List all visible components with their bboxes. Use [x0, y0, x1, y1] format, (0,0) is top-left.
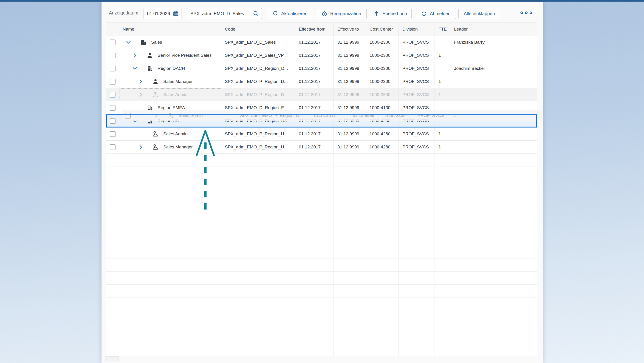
name-cell: Sales Manager	[119, 140, 221, 154]
row-checkbox[interactable]	[110, 79, 116, 84]
collapse-chevron-icon[interactable]	[126, 40, 140, 45]
search-input[interactable]: SPX_adm_EMO_D_Sales	[187, 8, 262, 19]
empty-cell	[366, 337, 399, 350]
display-date-value[interactable]: 01.01.2026	[147, 11, 173, 16]
empty-table-row	[106, 206, 537, 219]
effective-from-cell: 01.12.2017	[295, 49, 334, 62]
collapse-all-button[interactable]: Alle einklappen	[458, 8, 500, 19]
table-row[interactable]: Sales AdminSPX_adm_EMO_P_Region_D...01.1…	[106, 88, 537, 101]
expand-chevron-icon[interactable]	[138, 79, 152, 84]
empty-cell	[435, 285, 450, 298]
empty-table-row	[106, 285, 537, 298]
empty-cell	[106, 337, 119, 350]
header-cost-center[interactable]: Cost Center	[366, 23, 399, 36]
leader-cell	[450, 128, 537, 140]
table-row[interactable]: Sales AdminSPX_adm_EMO_P_Region_U...01.1…	[106, 128, 537, 140]
empty-cell	[106, 180, 119, 193]
row-checkbox[interactable]	[110, 131, 116, 137]
expand-chevron-icon[interactable]	[138, 92, 152, 97]
empty-table-row	[106, 193, 537, 206]
empty-cell	[366, 350, 399, 356]
org-unit-icon	[140, 39, 147, 46]
row-checkbox[interactable]	[110, 66, 116, 72]
search-value[interactable]: SPX_adm_EMO_D_Sales	[190, 11, 253, 16]
leader-cell	[450, 140, 537, 154]
empty-cell	[334, 258, 366, 271]
org-unit-icon	[147, 66, 154, 72]
name-cell: Sales Admin	[119, 128, 221, 140]
level-up-button[interactable]: Ebene hoch	[369, 8, 412, 19]
ghost-fte-cell: 1	[450, 110, 466, 121]
empty-cell	[119, 154, 221, 166]
fte-cell: 1	[435, 88, 450, 101]
empty-cell	[366, 219, 399, 232]
empty-cell	[450, 285, 537, 298]
empty-cell	[435, 245, 450, 258]
empty-cell	[106, 311, 119, 324]
row-checkbox[interactable]	[110, 105, 116, 111]
row-checkbox[interactable]	[110, 52, 116, 58]
table-row[interactable]: Sales ManagerSPX_adm_EMO_P_Region_U...01…	[106, 140, 537, 154]
empty-cell	[119, 180, 221, 193]
effective-to-cell: 31.12.9999	[334, 128, 366, 140]
code-cell: SPX_adm_EMO_P_Region_D...	[221, 75, 295, 88]
overflow-menu-icon[interactable]	[520, 12, 532, 14]
select-cell	[106, 49, 119, 62]
person-outline-icon	[168, 112, 174, 118]
collapse-chevron-icon[interactable]	[132, 66, 147, 71]
empty-cell	[295, 206, 334, 219]
reorganization-button[interactable]: Reorganization	[316, 8, 366, 19]
empty-cell	[366, 154, 399, 166]
table-row[interactable]: Sales ManagerSPX_adm_EMO_P_Region_D...01…	[106, 75, 537, 88]
empty-table-row	[106, 324, 537, 337]
effective-from-cell: 01.12.2017	[295, 36, 334, 49]
horizontal-scrollbar-thumb[interactable]	[105, 356, 118, 362]
empty-cell	[106, 206, 119, 219]
arrow-up-icon	[374, 10, 380, 17]
code-cell: SPX_adm_EMO_P_Region_D...	[221, 88, 295, 101]
empty-cell	[435, 206, 450, 219]
header-division[interactable]: Division	[399, 23, 435, 36]
empty-cell	[450, 219, 537, 232]
logout-button[interactable]: Abmelden	[416, 8, 456, 19]
calendar-icon[interactable]	[173, 11, 178, 16]
empty-cell	[221, 285, 295, 298]
fte-cell: 1	[435, 49, 450, 62]
row-checkbox[interactable]	[110, 40, 116, 45]
refresh-button[interactable]: Aktualisieren	[267, 8, 313, 19]
header-code[interactable]: Code	[221, 23, 295, 36]
empty-cell	[334, 193, 366, 206]
expand-chevron-icon[interactable]	[138, 145, 152, 150]
row-name-label: Region DACH	[158, 66, 185, 71]
row-name-label: Sales Admin	[163, 132, 188, 136]
empty-cell	[450, 298, 537, 310]
row-checkbox[interactable]	[110, 92, 116, 98]
header-leader[interactable]: Leader	[450, 23, 537, 36]
empty-cell	[366, 298, 399, 310]
table-row[interactable]: SalesSPX_adm_EMO_D_Sales01.12.201731.12.…	[106, 36, 537, 49]
header-effective-from[interactable]: Effective from	[295, 23, 334, 36]
drag-ghost-row: Sales AdminSPX_adm_EMO_P_Region_D...01.1…	[122, 110, 542, 121]
select-cell	[106, 101, 119, 114]
empty-table-row	[106, 272, 537, 285]
header-fte[interactable]: FTE	[435, 23, 450, 36]
empty-cell	[366, 180, 399, 193]
display-date-input[interactable]: 01.01.2026	[144, 8, 182, 19]
header-name[interactable]: Name	[119, 23, 221, 36]
empty-cell	[366, 311, 399, 324]
empty-cell	[450, 272, 537, 284]
row-checkbox[interactable]	[110, 144, 116, 150]
empty-cell	[106, 324, 119, 337]
row-checkbox[interactable]	[110, 118, 116, 124]
code-cell: SPX_adm_EMO_P_Region_U...	[221, 140, 295, 154]
ghost-division-cell: PROF_SVCS	[414, 110, 450, 121]
table-row[interactable]: Senior Vice President SalesSPX_adm_EMO_P…	[106, 49, 537, 62]
table-row[interactable]: Region DACHSPX_adm_EMO_D_Region_D...01.1…	[106, 62, 537, 75]
empty-cell	[221, 350, 295, 356]
header-effective-to[interactable]: Effective to	[334, 23, 366, 36]
empty-cell	[366, 206, 399, 219]
search-icon[interactable]	[253, 10, 259, 16]
expand-chevron-icon[interactable]	[132, 53, 147, 58]
expand-chevron-icon[interactable]	[154, 113, 168, 118]
empty-cell	[435, 324, 450, 337]
